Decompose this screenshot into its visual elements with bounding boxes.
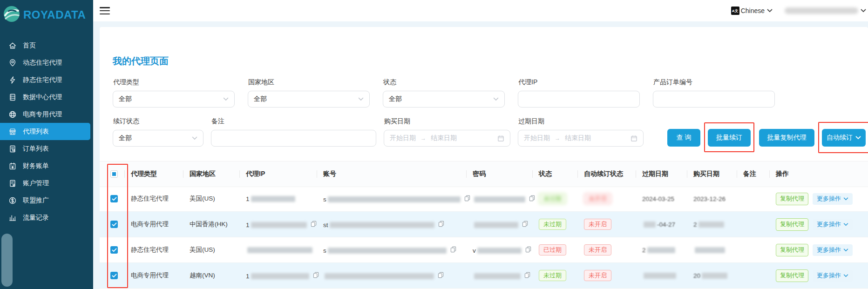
copy-icon[interactable] (438, 221, 444, 227)
sidebar-item-3[interactable]: 静态住宅代理 (0, 71, 93, 88)
copy-icon[interactable] (524, 272, 530, 278)
sidebar-menu: 首页动态住宅代理静态住宅代理数据中心代理电商专用代理代理列表订单列表财务账单账户… (0, 37, 93, 226)
copy-icon[interactable] (438, 272, 444, 278)
value-prefix: 1 (246, 195, 250, 202)
sidebar-scrollbar[interactable] (1, 234, 13, 287)
country-cell: 中国香港(HK) (190, 212, 228, 237)
sidebar-item-8[interactable]: 财务账单 (0, 157, 93, 175)
filter-input[interactable] (653, 91, 775, 108)
redacted-text (328, 248, 447, 254)
logo[interactable]: ROYADATA (0, 0, 93, 25)
copy-icon[interactable] (464, 195, 470, 202)
sidebar-item-7[interactable]: 订单列表 (0, 140, 93, 157)
row-checkbox[interactable] (110, 221, 118, 228)
sidebar-item-5[interactable]: 电商专用代理 (0, 106, 93, 123)
sidebar-item-label: 财务账单 (23, 162, 49, 170)
more-actions-button[interactable]: 更多操作 (813, 270, 853, 282)
copy-icon[interactable] (529, 195, 535, 202)
filter-select[interactable]: 全部 (248, 91, 370, 108)
column-header-4: 账号 (323, 161, 336, 187)
password-cell (473, 263, 530, 288)
batch-renew-button[interactable]: 批量续订 (708, 129, 751, 147)
sidebar-item-label: 代理列表 (23, 128, 49, 136)
more-actions-button[interactable]: 更多操作 (813, 193, 853, 205)
filter-label: 备注 (211, 117, 376, 126)
table-row-4[interactable]: 电商专用代理越南(VN)1未过期未开启20复制代理更多操作 (100, 263, 868, 289)
filter-select[interactable]: 全部 (383, 91, 505, 108)
batch-copy-button[interactable]: 批量复制代理 (759, 129, 814, 147)
sidebar-item-1[interactable]: 首页 (0, 37, 93, 54)
hamburger-menu-icon[interactable] (100, 7, 110, 14)
action-cell: 复制代理更多操作 (776, 263, 853, 288)
copy-icon[interactable] (450, 246, 456, 253)
header-separator (687, 170, 687, 178)
sidebar-item-9[interactable]: 账户管理 (0, 175, 93, 192)
more-actions-label: 更多操作 (817, 220, 841, 229)
row-checkbox[interactable] (110, 195, 118, 202)
more-actions-button[interactable]: 更多操作 (813, 219, 853, 230)
filter-row1-2: 国家地区全部 (248, 78, 370, 108)
column-header-1: 代理类型 (131, 161, 157, 187)
filter-select[interactable]: 全部 (113, 91, 235, 108)
filter-input[interactable] (211, 130, 376, 147)
filter-select[interactable]: 全部 (113, 130, 203, 147)
expiry-date-cell (642, 263, 678, 288)
copy-proxy-button[interactable]: 复制代理 (776, 269, 808, 282)
table-row-3[interactable]: 静态住宅代理美国(US)sv已过期未开启2复制代理更多操作 (100, 237, 868, 263)
proxy-type-cell: 静态住宅代理 (131, 186, 169, 211)
date-value: 2024-03-25 (642, 195, 674, 202)
user-name-redacted[interactable] (785, 7, 858, 14)
sidebar-item-10[interactable]: 联盟推广 (0, 192, 93, 209)
value-prefix: st (323, 222, 328, 229)
copy-icon[interactable] (313, 272, 319, 278)
purchase-date-cell: 2 (693, 212, 726, 237)
search-button[interactable]: 查 询 (667, 129, 700, 147)
date-range-picker[interactable]: 开始日期→结束日期 (518, 130, 644, 147)
date-text: 20 (693, 272, 700, 279)
select-all-checkbox[interactable] (110, 170, 118, 178)
redacted-text (695, 247, 725, 253)
header-separator (737, 170, 737, 178)
row-checkbox[interactable] (110, 272, 118, 279)
sidebar-item-4[interactable]: 数据中心代理 (0, 88, 93, 106)
header-separator (183, 170, 183, 178)
copy-proxy-button[interactable]: 复制代理 (776, 218, 808, 231)
proxy-type-cell: 电商专用代理 (131, 212, 169, 237)
language-selector[interactable]: Chinese (741, 7, 765, 14)
proxy-type-cell: 电商专用代理 (131, 263, 169, 288)
filter-label: 国家地区 (248, 78, 370, 87)
row-checkbox-cell (110, 237, 118, 262)
date-value: -04-27 (642, 221, 675, 228)
home-icon (8, 41, 17, 50)
sidebar-item-11[interactable]: 流量记录 (0, 209, 93, 226)
sidebar-item-label: 账户管理 (23, 179, 49, 188)
more-actions-button[interactable]: 更多操作 (813, 244, 853, 256)
row-checkbox[interactable] (110, 246, 118, 254)
copy-icon[interactable] (311, 221, 317, 227)
more-actions-label: 更多操作 (817, 271, 841, 280)
storefront-icon (8, 128, 17, 136)
auto-renew-badge: 未开启 (584, 270, 611, 281)
copy-icon[interactable] (525, 246, 531, 253)
chevron-down-icon[interactable] (767, 9, 773, 13)
filter-input[interactable] (518, 91, 640, 108)
sidebar-item-6[interactable]: 代理列表 (0, 123, 90, 140)
filter-label: 代理IP (518, 78, 640, 87)
sidebar-item-label: 静态住宅代理 (23, 76, 62, 84)
sidebar: ROYADATA 首页动态住宅代理静态住宅代理数据中心代理电商专用代理代理列表订… (0, 0, 93, 289)
purchase-date-cell (693, 237, 726, 262)
copy-proxy-button[interactable]: 复制代理 (776, 244, 808, 256)
sidebar-item-2[interactable]: 动态住宅代理 (0, 54, 93, 71)
billing-icon (8, 162, 17, 170)
country-cell: 美国(US) (190, 186, 215, 211)
row-checkbox-cell (110, 263, 118, 288)
copy-icon[interactable] (522, 221, 528, 227)
chevron-down-icon[interactable] (861, 9, 866, 13)
auto-renew-button[interactable]: 自动续订 (822, 129, 866, 147)
copy-proxy-button[interactable]: 复制代理 (776, 193, 808, 205)
date-range-picker[interactable]: 开始日期→结束日期 (384, 130, 510, 147)
start-date-placeholder: 开始日期 (524, 134, 550, 142)
table-row-2[interactable]: 电商专用代理中国香港(HK)1st未过期未开启-04-272复制代理更多操作 (100, 212, 868, 237)
table-row-1[interactable]: 静态住宅代理美国(US)1s未过期未开启2024-03-252023-12-26… (100, 186, 868, 212)
filter-row2-1: 续订状态全部 (113, 117, 203, 147)
